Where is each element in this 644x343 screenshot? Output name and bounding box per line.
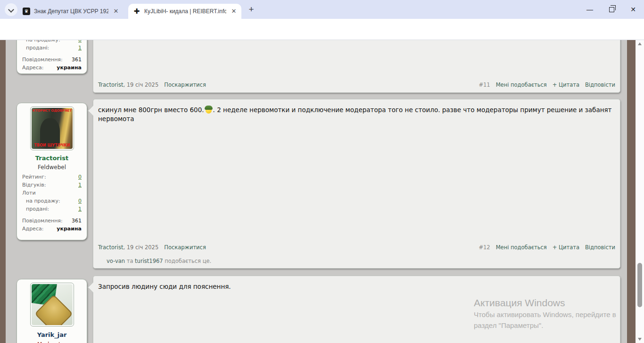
restore-icon (609, 7, 614, 12)
post-footer-12: Tractorist, 19 січ 2025 Поскаржитися #12… (98, 244, 615, 251)
minimize-button[interactable]: — (579, 0, 601, 19)
user-panel-post13: Yarik_jar Moderator (17, 279, 87, 343)
post-date[interactable]: , 19 січ 2025 (123, 244, 158, 251)
new-tab-button[interactable]: + (246, 5, 256, 15)
like-link[interactable]: Мені подобається (496, 244, 547, 251)
post-author-link[interactable]: Tractorist (98, 82, 123, 88)
stat-sold: продані: 1 (17, 44, 87, 52)
close-button[interactable]: ✕ (622, 0, 644, 19)
avatar-photo (32, 284, 73, 325)
stat-address: Адреса: украина (17, 64, 87, 72)
stat-link[interactable]: 1 (78, 44, 82, 52)
vertical-scrollbar[interactable] (636, 40, 644, 343)
stat-for-sale: на продажу: 0 (17, 197, 87, 205)
helmet-smiley-icon (205, 106, 213, 114)
iron-cross-favicon-icon: ✚ (133, 8, 140, 15)
stat-link[interactable]: 1 (78, 205, 82, 213)
report-link[interactable]: Поскаржитися (164, 244, 206, 251)
tab-reibert-active[interactable]: ✚ КуJLibіН- кидала | REIBERT.info ✕ (128, 4, 241, 19)
user-panel-post11: на продажу: 0 продані: 1 Повідомлення: 3… (17, 40, 87, 74)
stat-feedback: Відгуків: 1 (17, 181, 87, 189)
post-footer-11: Tractorist, 19 січ 2025 Поскаржитися #11… (98, 81, 615, 89)
quote-link[interactable]: + Цитата (553, 244, 579, 251)
post-text: скинул мне 800грн вместо 600.. 2 неделе … (98, 106, 615, 123)
report-link[interactable]: Поскаржитися (164, 82, 206, 88)
stat-link[interactable]: 0 (78, 40, 82, 44)
likes-row: vo-van та turist1967 подобається це. (107, 258, 211, 264)
post-bubble-11: Tractorist, 19 січ 2025 Поскаржитися #11… (93, 40, 620, 93)
username-link[interactable]: Tractorist (17, 155, 87, 162)
restore-button[interactable] (601, 0, 622, 19)
post-bubble-12: скинул мне 800грн вместо 600.. 2 неделе … (93, 99, 620, 269)
post-number[interactable]: #11 (479, 82, 490, 88)
tab-close-icon[interactable]: ✕ (112, 8, 120, 15)
stat-sold: продані: 1 (17, 205, 87, 213)
user-title: Feldwebel (17, 164, 87, 171)
reply-link[interactable]: Відповісти (585, 244, 615, 251)
user-title: Moderator (17, 341, 87, 343)
tab-znak-deputat[interactable]: ♛ Знак Депутат ЦВК УСРР 1922 г ✕ (18, 4, 124, 19)
quote-link[interactable]: + Цитата (553, 82, 579, 88)
tab-strip: ♛ Знак Депутат ЦВК УСРР 1922 г ✕ ✚ КуJLi… (0, 0, 644, 19)
scroll-down-icon[interactable] (636, 335, 644, 343)
post-text: Запросив людину сюди для пояснення. (98, 282, 615, 291)
scroll-up-icon[interactable] (636, 40, 644, 48)
browser-window: ♛ Знак Депутат ЦВК УСРР 1922 г ✕ ✚ КуJLi… (0, 0, 644, 343)
like-link[interactable]: Мені подобається (496, 82, 547, 88)
stat-for-sale: на продажу: 0 (17, 40, 87, 44)
post-number[interactable]: #12 (479, 244, 490, 251)
windows-activation-watermark: Активация Windows Чтобы активировать Win… (474, 297, 616, 330)
forum-page: на продажу: 0 продані: 1 Повідомлення: 3… (0, 40, 644, 343)
window-controls: — ✕ (579, 0, 644, 19)
tab-search-chevron-icon[interactable] (5, 3, 17, 16)
crown-favicon-icon: ♛ (23, 8, 30, 15)
avatar-photo: КТОРИСТ ОДОБРЯЕТ ТВОИ ШУТОЧКИ (32, 108, 73, 149)
stat-link[interactable]: 0 (78, 197, 82, 205)
tab-title: Знак Депутат ЦВК УСРР 1922 г (34, 8, 108, 15)
user-panel-post12: КТОРИСТ ОДОБРЯЕТ ТВОИ ШУТОЧКИ Tractorist… (17, 103, 87, 240)
tab-title: КуJLibіН- кидала | REIBERT.info (144, 8, 226, 15)
post-author-link[interactable]: Tractorist (98, 244, 123, 251)
liker-link[interactable]: turist1967 (135, 258, 163, 264)
liker-link[interactable]: vo-van (107, 258, 125, 264)
stat-lots-header: Лоти (17, 189, 87, 197)
user-avatar[interactable]: КТОРИСТ ОДОБРЯЕТ ТВОИ ШУТОЧКИ (30, 106, 74, 150)
browser-toolbar: ← → ↻ reibert.info/threads/kyjlibih-kida… (0, 19, 644, 40)
reply-link[interactable]: Відповісти (585, 82, 615, 88)
stat-rating: Рейтинг: 0 (17, 173, 87, 181)
stat-address: Адреса: украина (17, 225, 87, 233)
stat-messages: Повідомлення: 361 (17, 217, 87, 225)
post-date[interactable]: , 19 січ 2025 (123, 82, 158, 88)
username-link[interactable]: Yarik_jar (17, 331, 87, 338)
stat-link[interactable]: 1 (78, 181, 82, 189)
scrollbar-thumb[interactable] (637, 263, 642, 307)
stat-link[interactable]: 0 (78, 173, 82, 181)
tab-close-icon[interactable]: ✕ (230, 8, 238, 15)
user-avatar[interactable] (30, 283, 74, 327)
stat-messages: Повідомлення: 361 (17, 56, 87, 64)
